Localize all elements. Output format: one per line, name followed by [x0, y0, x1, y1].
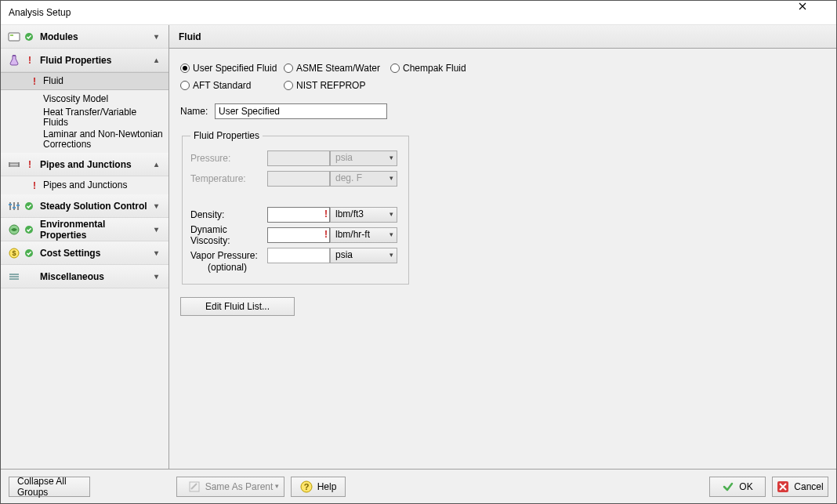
- svg-rect-10: [9, 204, 12, 205]
- radio-label: User Specified Fluid: [193, 63, 277, 74]
- chevron-down-icon: ▾: [150, 32, 162, 41]
- chevron-down-icon: ▾: [390, 230, 393, 238]
- radio-icon: [390, 63, 400, 73]
- sidebar-group-cost[interactable]: $ Cost Settings ▾: [1, 241, 168, 265]
- sidebar-item-fluid[interactable]: ! Fluid: [1, 72, 168, 90]
- collapse-all-button[interactable]: Collapse All Groups: [9, 477, 90, 497]
- cost-icon: $: [7, 246, 21, 260]
- vapor-sublabel: (optional): [208, 262, 400, 273]
- chevron-down-icon: ▾: [150, 225, 162, 234]
- cancel-icon: [777, 480, 789, 493]
- status-ok-icon: [24, 32, 35, 42]
- fluid-properties-fieldset: Fluid Properties Pressure: psia▾ Tempera…: [182, 130, 409, 285]
- chevron-down-icon: ▾: [390, 210, 393, 218]
- sidebar-item-heat-transfer[interactable]: Heat Transfer/Variable Fluids: [1, 108, 168, 126]
- chevron-down-icon: ▾: [150, 248, 162, 257]
- svg-rect-0: [9, 33, 20, 41]
- svg-rect-5: [9, 162, 10, 167]
- density-unit-select[interactable]: lbm/ft3▾: [330, 207, 397, 223]
- help-icon: ?: [300, 480, 313, 493]
- sidebar-item-label: Pipes and Junctions: [43, 180, 168, 190]
- sidebar-item-label: Viscosity Model: [43, 94, 168, 104]
- fluid-source-radios-2: AFT Standard NIST REFPROP: [180, 78, 825, 92]
- vapor-input[interactable]: [267, 248, 330, 263]
- group-label: Cost Settings: [40, 248, 150, 259]
- help-button[interactable]: ? Help: [291, 477, 346, 497]
- svg-rect-6: [18, 162, 20, 167]
- radio-user-specified[interactable]: User Specified Fluid: [180, 61, 277, 75]
- sidebar-item-viscosity-model[interactable]: Viscosity Model: [1, 90, 168, 108]
- radio-aft-standard[interactable]: AFT Standard: [180, 78, 277, 92]
- radio-chempak[interactable]: Chempak Fluid: [390, 61, 484, 75]
- group-label: Pipes and Junctions: [40, 159, 150, 170]
- chevron-up-icon: ▴: [150, 56, 162, 64]
- chevron-down-icon: ▾: [390, 251, 393, 259]
- env-icon: [7, 223, 21, 237]
- radio-label: ASME Steam/Water: [296, 63, 380, 74]
- temperature-unit-select: deg. F▾: [330, 171, 397, 187]
- main-pane: Fluid User Specified Fluid ASME Steam/Wa…: [169, 25, 836, 469]
- temperature-input: [267, 171, 330, 187]
- svg-text:?: ?: [303, 482, 309, 491]
- cancel-button[interactable]: Cancel: [772, 477, 828, 497]
- svg-rect-21: [9, 278, 19, 280]
- required-icon: !: [324, 229, 328, 240]
- window-close-button[interactable]: [799, 2, 832, 23]
- status-error-icon: !: [24, 159, 35, 170]
- same-as-parent-select[interactable]: Same As Parent ▾: [176, 477, 284, 497]
- vapor-unit-select[interactable]: psia▾: [330, 248, 397, 263]
- sidebar-group-misc[interactable]: Miscellaneous ▾: [1, 265, 168, 288]
- status-error-icon: !: [24, 55, 35, 66]
- page-title: Fluid: [169, 25, 836, 49]
- edit-fluid-list-button[interactable]: Edit Fluid List...: [180, 297, 295, 316]
- vapor-label: Vapor Pressure:: [190, 250, 267, 261]
- radio-icon: [180, 81, 190, 90]
- check-icon: [722, 480, 734, 493]
- svg-rect-11: [13, 207, 16, 208]
- sidebar-item-laminar[interactable]: Laminar and Non-Newtonian Corrections: [1, 126, 168, 153]
- svg-text:$: $: [12, 249, 16, 257]
- dynvisc-unit-select[interactable]: lbm/hr-ft▾: [330, 227, 397, 243]
- radio-nist[interactable]: NIST REFPROP: [284, 78, 378, 92]
- sidebar-group-modules[interactable]: Modules ▾: [1, 25, 168, 49]
- sidebar-group-steady-solution[interactable]: Steady Solution Control ▾: [1, 194, 168, 218]
- status-error-icon: !: [29, 76, 40, 87]
- control-icon: [7, 199, 21, 213]
- sidebar-group-fluid-properties[interactable]: ! Fluid Properties ▴: [1, 49, 168, 72]
- sidebar: Modules ▾ ! Fluid Properties ▴ ! Fluid V…: [1, 25, 169, 469]
- sidebar-group-pipes[interactable]: ! Pipes and Junctions ▴: [1, 153, 168, 176]
- svg-rect-7: [9, 202, 11, 210]
- group-label: Fluid Properties: [40, 55, 150, 66]
- group-label: Modules: [40, 31, 150, 42]
- ok-button[interactable]: OK: [709, 477, 766, 497]
- svg-rect-4: [9, 163, 19, 166]
- pressure-label: Pressure:: [190, 153, 267, 164]
- radio-label: AFT Standard: [193, 80, 251, 91]
- status-ok-icon: [24, 248, 35, 258]
- misc-icon: [7, 270, 21, 284]
- chevron-up-icon: ▴: [150, 160, 162, 169]
- sidebar-item-label: Fluid: [43, 76, 168, 86]
- pipes-icon: [7, 158, 21, 172]
- name-input[interactable]: [215, 103, 387, 119]
- group-label: Steady Solution Control: [40, 201, 150, 212]
- svg-rect-8: [13, 202, 15, 210]
- radio-label: Chempak Fluid: [403, 63, 466, 74]
- status-ok-icon: [24, 225, 35, 234]
- density-input[interactable]: !: [267, 207, 330, 223]
- svg-rect-3: [13, 55, 16, 56]
- sidebar-item-label: Heat Transfer/Variable Fluids: [43, 107, 168, 128]
- svg-rect-20: [9, 276, 19, 277]
- chevron-down-icon: ▾: [150, 272, 162, 281]
- dynvisc-input[interactable]: !: [267, 227, 330, 243]
- fluid-source-radios: User Specified Fluid ASME Steam/Water Ch…: [180, 61, 825, 75]
- radio-asme[interactable]: ASME Steam/Water: [284, 61, 384, 75]
- window-title: Analysis Setup: [9, 1, 71, 24]
- density-label: Density:: [190, 209, 267, 220]
- sidebar-group-environmental[interactable]: Environmental Properties ▾: [1, 218, 168, 241]
- svg-rect-19: [9, 274, 19, 275]
- titlebar: Analysis Setup: [1, 1, 836, 24]
- temperature-label: Temperature:: [190, 173, 267, 184]
- status-ok-icon: [24, 201, 35, 211]
- sidebar-item-pipes-junctions[interactable]: ! Pipes and Junctions: [1, 176, 168, 194]
